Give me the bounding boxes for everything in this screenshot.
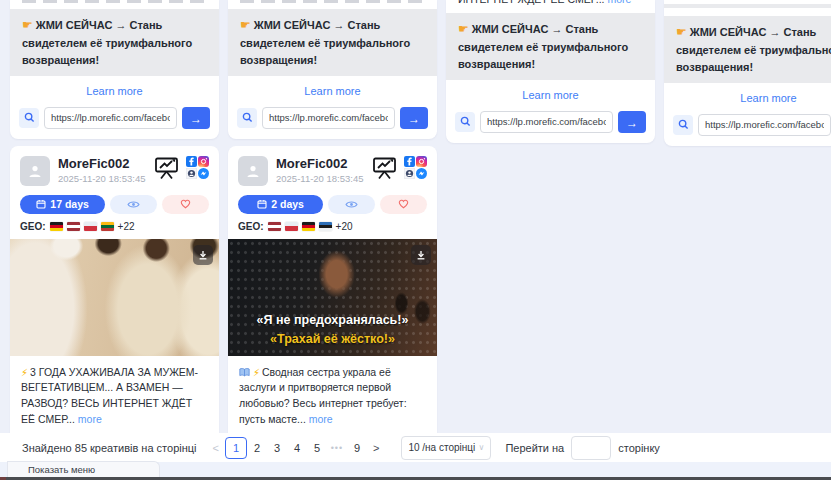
pointing-hand-icon: ☛ [22, 18, 33, 32]
ad-headline-text: ЖМИ СЕЙЧАС → Стань свидетелем её триумфа… [22, 19, 192, 66]
download-image-icon[interactable] [411, 245, 431, 265]
prev-page-button[interactable]: < [207, 442, 225, 454]
url-row: → [10, 100, 219, 139]
geo-more-count[interactable]: +22 [118, 221, 135, 232]
creative-image[interactable] [10, 239, 219, 356]
instagram-icon[interactable] [416, 156, 427, 167]
page-number-5[interactable]: 5 [307, 438, 327, 458]
book-icon [239, 368, 250, 377]
social-icons [186, 156, 209, 179]
pointing-hand-icon: ☛ [240, 18, 251, 32]
profile-row: MoreFic002 2025-11-20 18:53:45 [10, 146, 219, 186]
flag-icon [67, 222, 80, 231]
presentation-chart-icon[interactable] [153, 156, 180, 180]
profile-name[interactable]: MoreFic002 [276, 156, 371, 171]
show-menu-button[interactable]: Показать меню [7, 461, 160, 477]
landing-url-input[interactable] [480, 111, 613, 133]
ad-headline: ☛ЖМИ СЕЙЧАС → Стань свидетелем её триумф… [664, 16, 831, 83]
page-number-2[interactable]: 2 [247, 438, 267, 458]
profile-name[interactable]: MoreFic002 [58, 156, 153, 171]
more-link[interactable]: more [309, 413, 333, 425]
search-icon[interactable] [237, 108, 257, 128]
presentation-chart-icon[interactable] [371, 156, 398, 180]
page-number-1[interactable]: 1 [225, 437, 247, 459]
days-active-button[interactable]: 2 days [238, 195, 323, 214]
favorite-button[interactable] [380, 195, 427, 214]
calendar-icon [257, 199, 267, 209]
url-row: → [228, 100, 437, 139]
learn-more-link[interactable]: Learn more [10, 76, 219, 100]
search-icon[interactable] [19, 108, 39, 128]
clipped-creative-text: ИНТЕРНЕТ ЖДЁТ ЕЁ СМЕР... more [446, 0, 655, 9]
more-link[interactable]: more [78, 413, 102, 425]
learn-more-link[interactable]: Learn more [446, 80, 655, 104]
ad-headline-text: ЖМИ СЕЙЧАС → Стань свидетелем её триумфа… [458, 23, 628, 70]
creative-text-content: 3 ГОДА УХАЖИВАЛА ЗА МУЖЕМ-ВЕГЕТАТИВЦЕМ..… [21, 366, 198, 425]
facebook-icon[interactable] [404, 156, 415, 167]
next-page-button[interactable]: > [367, 442, 385, 454]
days-label: 2 days [271, 198, 304, 210]
views-button[interactable] [110, 195, 157, 214]
creative-text: ⚡Сводная сестра украла её заслуги и прит… [228, 356, 437, 436]
pointing-hand-icon: ☛ [458, 22, 469, 36]
calendar-icon [36, 199, 46, 209]
chevron-down-icon: ∨ [479, 443, 485, 452]
open-url-button[interactable]: → [400, 107, 428, 129]
geo-more-count[interactable]: +20 [336, 221, 353, 232]
facebook-icon[interactable] [186, 156, 197, 167]
avatar [238, 156, 268, 186]
page-number-3[interactable]: 3 [267, 438, 287, 458]
geo-row: GEO: +20 [228, 214, 437, 237]
creative-image[interactable]: «Я не предохранялась!» «Трахай её жёстко… [228, 239, 437, 356]
card-icons [153, 156, 209, 180]
column-1: ☛ЖМИ СЕЙЧАС → Стань свидетелем её триумф… [10, 0, 219, 480]
profile-badge-icon[interactable] [186, 168, 197, 179]
messenger-icon[interactable] [416, 168, 427, 179]
ad-headline-text: ЖМИ СЕЙЧАС → Стань свидетелем её триумфа… [240, 19, 410, 66]
pagination-bar: Знайдено 85 креативів на сторінці < 1 2 … [0, 433, 831, 462]
pager: < 1 2 3 4 5 ••• 9 > [207, 437, 386, 459]
flag-icon [302, 222, 315, 231]
open-url-button[interactable]: → [182, 107, 210, 129]
learn-more-link[interactable]: Learn more [664, 83, 831, 107]
page-number-9[interactable]: 9 [347, 438, 367, 458]
download-image-icon[interactable] [193, 245, 213, 265]
days-active-button[interactable]: 17 days [20, 195, 105, 214]
lightning-icon: ⚡ [253, 367, 260, 378]
profile-row: MoreFic002 2025-11-20 18:53:45 [228, 146, 437, 186]
creative-card-partial: ☛ЖМИ СЕЙЧАС → Стань свидетелем её триумф… [10, 0, 219, 139]
page-ellipsis[interactable]: ••• [327, 438, 347, 458]
landing-url-input[interactable] [262, 107, 395, 129]
eye-icon [345, 200, 358, 209]
goto-page-label: Перейти на [505, 442, 564, 454]
geo-label: GEO: [20, 221, 46, 232]
profile-badge-icon[interactable] [404, 168, 415, 179]
ad-headline: ☛ЖМИ СЕЙЧАС → Стань свидетелем её триумф… [446, 13, 655, 80]
creative-text: ⚡3 ГОДА УХАЖИВАЛА ЗА МУЖЕМ-ВЕГЕТАТИВЦЕМ.… [10, 356, 219, 436]
days-label: 17 days [50, 198, 89, 210]
instagram-icon[interactable] [198, 156, 209, 167]
landing-url-input[interactable] [698, 114, 831, 136]
flag-icon [101, 222, 114, 231]
messenger-icon[interactable] [198, 168, 209, 179]
creative-card-partial: ☛ЖМИ СЕЙЧАС → Стань свидетелем её триумф… [228, 0, 437, 139]
overlay-line-1: «Я не предохранялась!» [228, 311, 437, 329]
open-url-button[interactable]: → [618, 111, 646, 133]
search-icon[interactable] [673, 115, 693, 135]
views-button[interactable] [328, 195, 375, 214]
heart-icon [398, 199, 409, 209]
search-icon[interactable] [455, 112, 475, 132]
actions-row: 2 days [228, 186, 437, 214]
goto-page-input[interactable] [571, 436, 611, 460]
page-number-4[interactable]: 4 [287, 438, 307, 458]
geo-label: GEO: [238, 221, 264, 232]
profile-text: MoreFic002 2025-11-20 18:53:45 [276, 156, 371, 184]
per-page-select[interactable]: 10 /на сторінці ∨ [401, 436, 491, 460]
learn-more-link[interactable]: Learn more [228, 76, 437, 100]
heart-icon [180, 199, 191, 209]
more-link[interactable]: more [607, 0, 631, 5]
cutoff-content-sliver [664, 4, 831, 8]
geo-row: GEO: +22 [10, 214, 219, 237]
favorite-button[interactable] [162, 195, 209, 214]
landing-url-input[interactable] [44, 107, 177, 129]
